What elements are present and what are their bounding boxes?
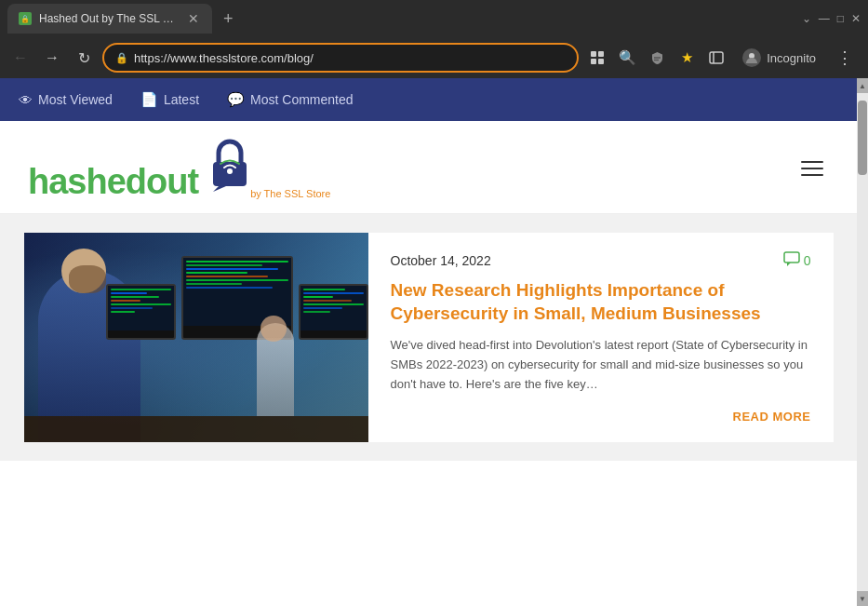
article-meta: October 14, 2022 0 <box>391 251 811 270</box>
article-excerpt: We've dived head-first into Devolution's… <box>391 336 811 394</box>
logo-container: hashedout <box>28 138 330 199</box>
forward-button[interactable]: → <box>39 45 65 71</box>
svg-rect-12 <box>784 252 799 263</box>
new-tab-button[interactable]: + <box>216 6 241 33</box>
hamburger-line-1 <box>801 161 823 163</box>
monitor-screen-3 <box>300 286 367 330</box>
incognito-button[interactable]: Incognito <box>735 45 823 71</box>
nav-latest-label: Latest <box>164 92 199 107</box>
desk-surface <box>24 416 368 442</box>
svg-rect-3 <box>598 59 604 64</box>
maximize-icon: □ <box>837 12 844 25</box>
svg-point-10 <box>227 168 233 174</box>
beard <box>69 265 106 293</box>
monitors <box>106 256 368 340</box>
active-tab[interactable]: 🔒 Hashed Out by The SSL Store™ - ✕ <box>7 4 212 34</box>
scrollbar-track[interactable] <box>857 93 868 591</box>
hamburger-line-3 <box>801 174 823 176</box>
comment-count-value: 0 <box>804 253 811 268</box>
content-area: October 14, 2022 0 <box>0 214 857 461</box>
article-title: New Research Highlights Importance of Cy… <box>391 279 811 325</box>
tab-search-icon: ⌄ <box>802 12 811 25</box>
browser-viewport: 👁 Most Viewed 📄 Latest 💬 Most Commented … <box>0 78 868 606</box>
article-content: October 14, 2022 0 <box>368 233 834 442</box>
nav-most-viewed[interactable]: 👁 Most Viewed <box>19 83 113 117</box>
toolbar: ← → ↻ 🔒 🔍 <box>0 37 868 78</box>
scrollbar-thumb[interactable] <box>858 101 867 175</box>
background-person-head <box>260 316 287 342</box>
scrollbar-up-arrow[interactable]: ▲ <box>857 78 868 93</box>
nav-most-viewed-label: Most Viewed <box>38 92 113 107</box>
nav-most-commented-label: Most Commented <box>250 92 353 107</box>
page-content: hashedout <box>0 121 857 606</box>
grid-icon-button[interactable] <box>584 45 610 71</box>
comment-icon <box>783 251 800 270</box>
read-more-button[interactable]: READ MORE <box>733 410 811 424</box>
monitor-1 <box>106 284 176 340</box>
hamburger-menu-button[interactable] <box>795 155 829 182</box>
blog-nav: 👁 Most Viewed 📄 Latest 💬 Most Commented <box>0 78 868 121</box>
blog-header: hashedout <box>0 121 857 214</box>
toolbar-icons: 🔍 ★ <box>584 45 729 71</box>
hamburger-line-2 <box>801 168 823 169</box>
nav-latest[interactable]: 📄 Latest <box>140 82 199 117</box>
svg-rect-2 <box>591 59 596 64</box>
page-wrapper: hashedout <box>0 121 868 606</box>
nav-most-commented[interactable]: 💬 Most Commented <box>227 82 353 117</box>
scrollbar[interactable]: ▲ ▼ <box>857 78 868 606</box>
reload-button[interactable]: ↻ <box>71 45 97 71</box>
svg-marker-11 <box>213 186 226 192</box>
lock-icon: 🔒 <box>115 52 128 64</box>
monitor-screen-1 <box>108 286 174 330</box>
back-button[interactable]: ← <box>7 45 33 71</box>
logo-subtitle-container: by The SSL Store <box>250 186 330 199</box>
tab-close-button[interactable]: ✕ <box>186 11 201 26</box>
svg-rect-0 <box>591 51 596 57</box>
minimize-icon: — <box>819 12 830 25</box>
logo-text: hashedout <box>28 164 198 199</box>
comment-count: 0 <box>783 251 811 270</box>
shield-button[interactable] <box>644 45 670 71</box>
article-date: October 14, 2022 <box>391 253 491 268</box>
incognito-label: Incognito <box>767 51 816 65</box>
svg-rect-1 <box>598 51 604 57</box>
article-wrapper: October 14, 2022 0 <box>24 233 834 442</box>
address-bar[interactable]: 🔒 <box>102 43 579 73</box>
address-input[interactable] <box>134 51 566 65</box>
star-button[interactable]: ★ <box>674 45 700 71</box>
logo-icon <box>206 138 254 195</box>
document-icon: 📄 <box>140 91 158 108</box>
incognito-avatar <box>742 48 761 67</box>
svg-rect-6 <box>710 52 723 63</box>
eye-icon: 👁 <box>19 92 33 108</box>
scrollbar-down-arrow[interactable]: ▼ <box>857 591 868 606</box>
menu-button[interactable]: ⋮ <box>829 44 861 72</box>
logo-subtitle: by The SSL Store <box>250 188 330 199</box>
comment-nav-icon: 💬 <box>227 91 245 108</box>
search-button[interactable]: 🔍 <box>614 45 640 71</box>
read-more-container: READ MORE <box>391 410 811 424</box>
tab-title: Hashed Out by The SSL Store™ - <box>39 12 179 25</box>
tab-bar: 🔒 Hashed Out by The SSL Store™ - ✕ + <box>7 4 802 34</box>
tab-sidebar-button[interactable] <box>703 45 729 71</box>
close-icon[interactable]: ✕ <box>851 12 861 25</box>
tab-favicon: 🔒 <box>19 12 32 25</box>
browser-window: 🔒 Hashed Out by The SSL Store™ - ✕ + ⌄ —… <box>0 0 868 606</box>
monitor-3 <box>299 284 368 340</box>
article-image-bg <box>24 233 368 442</box>
article-image <box>24 233 368 442</box>
article-card: October 14, 2022 0 <box>24 233 834 442</box>
title-bar: 🔒 Hashed Out by The SSL Store™ - ✕ + ⌄ —… <box>0 0 868 37</box>
